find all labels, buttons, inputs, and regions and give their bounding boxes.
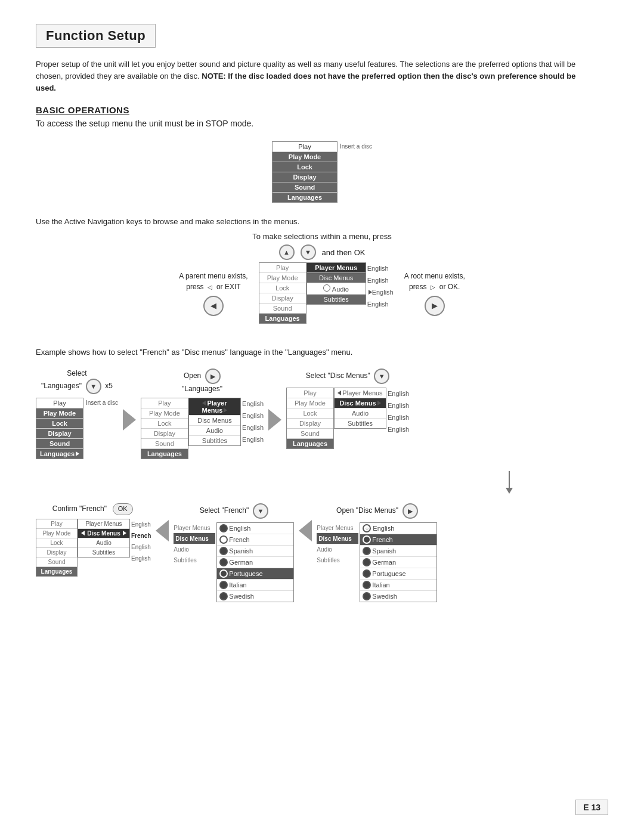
- s2-audio: Audio: [189, 426, 240, 436]
- s1-languages: Languages: [36, 449, 83, 459]
- mm-lock: Lock: [259, 283, 306, 293]
- confirm-main-menu: Play Play Mode Lock Display Sound Langua…: [36, 519, 78, 577]
- cf-lock: Lock: [36, 538, 77, 548]
- left-nav-btn[interactable]: ◀: [203, 296, 224, 316]
- sf-circle-portuguese: [219, 569, 228, 578]
- od-circle-english: ○: [363, 524, 371, 532]
- step2-btn[interactable]: ▶: [205, 368, 221, 384]
- od-circle-italian: [363, 581, 371, 589]
- cf-ll3: English: [131, 541, 151, 553]
- s3-ll1: English: [388, 388, 409, 400]
- step3-sub-panel: Player Menus Disc Menus Audio Subtitles: [334, 388, 386, 429]
- step2-label2: "Languages": [182, 385, 222, 393]
- menu-item-lock: Lock: [273, 162, 337, 172]
- sub-menu-panel: Player Menus Disc Menus Audio Subtitles: [306, 262, 366, 305]
- sub-player-menus: Player Menus: [307, 263, 366, 273]
- cf-tri-left: [81, 531, 85, 535]
- od-subtitles: Subtitles: [317, 555, 358, 565]
- select-french-btn[interactable]: ▼: [253, 503, 268, 519]
- s3-display: Display: [287, 419, 333, 429]
- mm-languages: Languages: [259, 314, 306, 323]
- s3-languages: Languages: [287, 439, 333, 448]
- s2-player-menus: Player Menus: [189, 398, 240, 416]
- confirm-label-text: Confirm "French": [52, 504, 107, 513]
- confirm-label: Confirm "French" OK: [52, 503, 135, 515]
- step1-diagram: Play Play Mode Lock Display Sound Langua…: [36, 398, 118, 459]
- cf-sound: Sound: [36, 558, 77, 567]
- sf-ll-french: French: [217, 534, 293, 546]
- cf-ll2: French: [131, 530, 151, 541]
- audio-tri-right: [369, 290, 372, 295]
- down-arrow-btn[interactable]: ▼: [301, 244, 316, 260]
- od-circle-portuguese: [363, 569, 371, 578]
- left-nav-block: A parent menu exists,press ◁ or EXIT ◀: [179, 271, 247, 316]
- sf-subtitles: Subtitles: [174, 555, 215, 565]
- arrow-left1: [156, 520, 169, 541]
- intro-paragraph: Proper setup of the unit will let you en…: [36, 58, 596, 94]
- s3-play: Play: [287, 388, 333, 398]
- sf-circle-italian: [219, 581, 228, 589]
- sf-ll-portuguese: Portuguese: [217, 568, 293, 580]
- od-ll-portuguese: Portuguese: [360, 568, 436, 580]
- first-menu-with-label: Play Play Mode Lock Display Sound Langua…: [272, 141, 372, 203]
- cf-display: Display: [36, 548, 77, 558]
- cf-audio: Audio: [78, 538, 129, 548]
- s3-sound: Sound: [287, 429, 333, 439]
- od-ll-german: German: [360, 557, 436, 568]
- open-disc-menus-block: Open "Disc Menus" ▶ Player Menus Disc Me…: [317, 503, 437, 602]
- s2-tri-left: [202, 401, 206, 405]
- s2-lock: Lock: [141, 419, 188, 429]
- steps-row: Select "Languages" ▼ x5 Play Play Mode L…: [36, 368, 608, 459]
- select-french-diagram: Player Menus Disc Menus Audio Subtitles …: [174, 522, 294, 602]
- nav-arrow-buttons: ▲ ▼ and then OK: [36, 244, 608, 260]
- s3-tri-right: [377, 401, 381, 405]
- right-nav-btn[interactable]: ▶: [425, 296, 445, 316]
- step3-btn[interactable]: ▼: [374, 368, 389, 384]
- ok-btn[interactable]: OK: [113, 503, 133, 515]
- s3-player-menus: Player Menus: [335, 388, 386, 398]
- down-triangle: [506, 488, 513, 494]
- sf-circle-english: [219, 524, 228, 532]
- s3-lock: Lock: [287, 408, 333, 419]
- cf-ll4: English: [131, 553, 151, 564]
- confirm-lang-labels: English French English English: [131, 519, 151, 564]
- s2-ll3: English: [242, 422, 264, 433]
- open-disc-menus-label: Open "Disc Menus" ▶: [336, 503, 418, 519]
- up-arrow-btn[interactable]: ▲: [279, 244, 295, 260]
- arrow2: [268, 409, 281, 431]
- s3-playmode: Play Mode: [287, 398, 333, 408]
- ll-english2: English: [367, 274, 394, 286]
- cf-tri-right: [123, 531, 126, 535]
- sf-audio: Audio: [174, 544, 215, 555]
- s1-display: Display: [36, 429, 83, 439]
- open-disc-btn[interactable]: ▶: [402, 503, 418, 519]
- confirm-diagram: Play Play Mode Lock Display Sound Langua…: [36, 519, 151, 577]
- select-french-lang-list: English French Spanish German Portuguese: [216, 522, 294, 602]
- audio-circle: [323, 284, 330, 292]
- full-nav-area: A parent menu exists,press ◁ or EXIT ◀ P…: [36, 262, 608, 324]
- step2-sub: Player Menus Disc Menus Audio Subtitles: [188, 398, 241, 446]
- confirm-row: Confirm "French" OK Play Play Mode Lock …: [36, 503, 608, 602]
- sf-circle-german: [219, 558, 228, 566]
- menu-item-sound: Sound: [273, 182, 337, 193]
- s3-disc-menus: Disc Menus: [335, 398, 386, 408]
- main-menu-panel: Play Play Mode Lock Display Sound Langua…: [259, 262, 306, 324]
- cf-player-menus: Player Menus: [78, 519, 129, 529]
- step2-label1: Open: [184, 372, 201, 380]
- s2-ll2: English: [242, 410, 264, 422]
- sf-disc-menus: Disc Menus: [174, 533, 215, 544]
- mm-play: Play: [259, 263, 306, 273]
- cf-languages: Languages: [36, 567, 77, 576]
- s3-ll4: English: [388, 423, 409, 435]
- s3-audio: Audio: [335, 408, 386, 419]
- sf-ll-english: English: [217, 523, 293, 534]
- mm-sound: Sound: [259, 304, 306, 314]
- step1-btn[interactable]: ▼: [86, 379, 101, 394]
- ll-english3: English: [367, 286, 394, 298]
- s1-insert-label: Insert a disc: [86, 400, 118, 406]
- nav-annotation-top: To make selections within a menu, press: [36, 232, 608, 241]
- cf-subtitles: Subtitles: [78, 548, 129, 557]
- arrow-left2: [299, 520, 312, 541]
- step3-block: Select "Disc Menus" ▼ Play Play Mode Loc…: [286, 368, 409, 449]
- step3-diagram: Play Play Mode Lock Display Sound Langua…: [286, 388, 409, 449]
